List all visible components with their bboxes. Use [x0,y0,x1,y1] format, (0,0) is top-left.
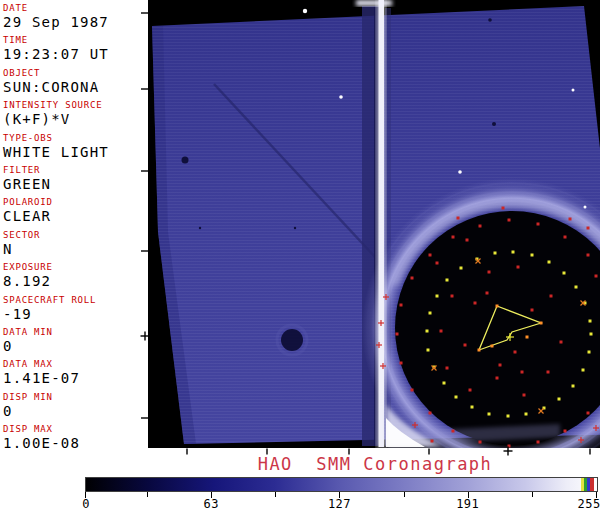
red-dot [457,217,460,220]
yellow-dot [426,330,429,333]
red-dot [452,430,455,433]
metadata-field: FILTER GREEN [3,164,148,196]
red-dot [440,330,443,333]
yellow-dot [589,320,592,323]
red-dot [436,262,439,265]
app-window: { "window": {"width": 600, "height": 512… [0,0,600,512]
red-dot [452,236,455,239]
colorbar-tick-label: 191 [456,497,479,511]
red-dot [479,441,482,444]
colorbar [85,477,598,492]
red-dot [514,351,517,354]
red-dot [446,367,449,370]
red-dot [517,266,520,269]
dark-spot [294,227,296,229]
metadata-field: DISP MAX 1.00E-08 [3,423,148,455]
field-value: (K+F)*V [3,111,148,128]
red-dot [474,302,477,305]
metadata-field: INTENSITY SOURCE (K+F)*V [3,99,148,131]
yellow-dot [575,286,578,289]
colorbar-minor-tick [532,492,533,497]
field-label: DISP MAX [3,423,148,435]
yellow-dot [429,312,432,315]
field-label: TIME [3,34,148,46]
red-dot [564,430,567,433]
field-label: POLAROID [3,196,148,208]
field-value: 29 Sep 1987 [3,14,148,31]
red-dot [523,394,526,397]
yellow-dot [446,279,449,282]
metadata-field: OBJECT SUN:CORONA [3,67,148,99]
colorbar-minor-tick [404,492,405,497]
yellow-dot [494,252,497,255]
yellow-dot [558,398,561,401]
polygon-vertex [526,336,529,339]
dark-spot [492,122,496,126]
yellow-dot [427,349,430,352]
yellow-dot [436,295,439,298]
red-dot [587,254,590,257]
red-dot [486,292,489,295]
red-dot [466,239,469,242]
metadata-field: DISP MIN 0 [3,391,148,423]
red-dot [521,371,524,374]
colorbar-tick-label: 255 [577,497,600,511]
red-dot [429,254,432,257]
field-value: 1.00E-08 [3,435,148,452]
red-dot [587,227,590,230]
red-dot [537,441,540,444]
field-value: 8.192 [3,273,148,290]
red-dot [464,344,467,347]
metadata-field: TYPE-OBS WHITE LIGHT [3,132,148,164]
dark-spot [199,227,201,229]
metadata-field: DATA MIN 0 [3,326,148,358]
yellow-dot [563,272,566,275]
red-dot [411,277,414,280]
red-dot [547,371,550,374]
polygon-vertex [540,322,543,325]
yellow-dot [443,382,446,385]
field-value: -19 [3,306,148,323]
pylon-line [379,0,385,447]
colorbar-ticks: 063127191255 [85,492,598,512]
field-label: DISP MIN [3,391,148,403]
field-value: CLEAR [3,208,148,225]
yellow-dot [512,251,515,254]
polygon-vertex [478,349,481,352]
dark-spot [182,157,189,164]
metadata-field: TIME 19:23:07 UT [3,34,148,66]
field-value: SUN:CORONA [3,79,148,96]
colorbar-tick-label: 127 [328,497,351,511]
yellow-dot [590,333,593,336]
red-dot [400,304,403,307]
field-label: EXPOSURE [3,261,148,273]
red-dot [499,364,502,367]
red-dot [508,219,511,222]
field-value: GREEN [3,176,148,193]
red-dot [396,333,399,336]
red-dot [560,341,563,344]
field-label: INTENSITY SOURCE [3,99,148,111]
metadata-field: SPACECRAFT ROLL -19 [3,294,148,326]
field-label: SECTOR [3,229,148,241]
red-dot [496,377,499,380]
red-dot [569,218,572,221]
colorbar-minor-tick [147,492,148,497]
field-value: 0 [3,338,148,355]
red-dot [587,412,590,415]
white-dot [339,95,343,99]
metadata-field: EXPOSURE 8.192 [3,261,148,293]
yellow-dot [525,413,528,416]
field-value: 1.41E-07 [3,370,148,387]
red-dot [451,295,454,298]
red-dot [488,271,491,274]
white-dot [458,170,462,174]
yellow-dot [460,267,463,270]
metadata-field: DATA MAX 1.41E-07 [3,358,148,390]
image-title: HAO SMM Coronagraph [150,453,600,475]
metadata-field: DATE 29 Sep 1987 [3,2,148,34]
yellow-dot [548,261,551,264]
field-value: N [3,241,148,258]
lut-stripe [590,478,594,491]
field-value: WHITE LIGHT [3,144,148,161]
